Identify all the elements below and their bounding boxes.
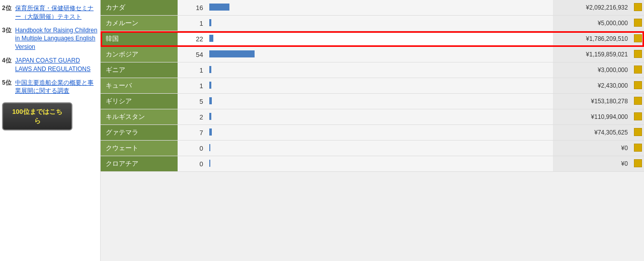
stretch-cell [314,0,553,16]
country-cell[interactable]: クウェート [101,141,178,156]
rank-link[interactable]: JAPAN COAST GUARD LAWS AND REGULATIONS [15,56,98,74]
country-cell[interactable]: 韓国 [101,31,178,47]
rank-link[interactable]: Handbook for Raising Children in Multipl… [15,26,98,51]
data-table: カナダ 16 ¥2,092,216,932 カメルーン 1 ¥5,000,000… [101,0,644,172]
amount-cell: ¥0 [553,141,632,156]
bar-inner [209,144,210,151]
amount-cell: ¥2,092,216,932 [553,0,632,16]
btn-100[interactable]: 100位まではこちら [2,102,72,130]
table-row: ギリシア 5 ¥153,180,278 [101,94,644,109]
amount-cell: ¥2,430,000 [553,78,632,94]
table-row: カナダ 16 ¥2,092,216,932 [101,0,644,16]
gold-icon [634,128,642,136]
rank-link[interactable]: 中国主要造船企業の概要と事業展開に関する調査 [15,79,98,96]
bar-inner [209,66,211,73]
country-cell[interactable]: ギリシア [101,94,178,109]
amount-cell: ¥110,994,000 [553,109,632,125]
amount-cell: ¥153,180,278 [553,94,632,109]
icon-cell [632,0,644,16]
gold-icon [634,50,642,58]
icon-cell [632,125,644,141]
stretch-cell [314,31,553,47]
rank-num: 2位 [2,4,13,21]
bar-inner [209,128,212,136]
rank-item: 2位 保育所保育・保健研修セミナー（大阪開催）テキスト [2,4,98,21]
country-cell[interactable]: カナダ [101,0,178,16]
bar-inner [209,19,211,26]
bar-cell [207,109,315,125]
icon-cell [632,16,644,31]
bar-inner [209,82,211,89]
icon-cell [632,141,644,156]
table-row: キルギスタン 2 ¥110,994,000 [101,109,644,125]
icon-cell [632,156,644,172]
bar-cell [207,125,315,141]
country-cell[interactable]: キューバ [101,78,178,94]
count-cell: 0 [178,156,207,172]
country-cell[interactable]: カンボジア [101,47,178,62]
bar-inner [209,97,212,104]
bar-cell [207,62,315,78]
gold-icon [634,144,642,152]
gold-icon [634,34,642,42]
amount-cell: ¥5,000,000 [553,16,632,31]
count-cell: 2 [178,109,207,125]
country-cell[interactable]: クロアチア [101,156,178,172]
rank-num: 3位 [2,26,13,51]
table-row: カンボジア 54 ¥1,159,859,021 [101,47,644,62]
table-row: ギニア 1 ¥3,000,000 [101,62,644,78]
gold-icon [634,66,642,74]
rank-link[interactable]: 保育所保育・保健研修セミナー（大阪開催）テキスト [15,4,98,21]
gold-icon [634,97,642,105]
count-cell: 22 [178,31,207,47]
country-cell[interactable]: グァテマラ [101,125,178,141]
amount-cell: ¥1,159,859,021 [553,47,632,62]
main-content: カナダ 16 ¥2,092,216,932 カメルーン 1 ¥5,000,000… [101,0,644,261]
icon-cell [632,94,644,109]
icon-cell [632,109,644,125]
count-cell: 5 [178,94,207,109]
stretch-cell [314,94,553,109]
bar-inner [209,50,255,57]
count-cell: 54 [178,47,207,62]
count-cell: 0 [178,141,207,156]
rank-num: 5位 [2,79,13,96]
bar-inner [209,4,229,11]
stretch-cell [314,156,553,172]
table-row: クウェート 0 ¥0 [101,141,644,156]
gold-icon [634,3,642,11]
bar-inner [209,160,210,167]
count-cell: 1 [178,78,207,94]
count-cell: 1 [178,16,207,31]
bar-cell [207,78,315,94]
amount-cell: ¥74,305,625 [553,125,632,141]
amount-cell: ¥0 [553,156,632,172]
count-cell: 7 [178,125,207,141]
bar-inner [209,113,211,120]
country-cell[interactable]: キルギスタン [101,109,178,125]
country-cell[interactable]: カメルーン [101,16,178,31]
count-cell: 16 [178,0,207,16]
bar-cell [207,31,315,47]
table-row: グァテマラ 7 ¥74,305,625 [101,125,644,141]
stretch-cell [314,125,553,141]
stretch-cell [314,62,553,78]
stretch-cell [314,109,553,125]
amount-cell: ¥1,786,209,510 [553,31,632,47]
count-cell: 1 [178,62,207,78]
stretch-cell [314,47,553,62]
icon-cell [632,78,644,94]
country-cell[interactable]: ギニア [101,62,178,78]
stretch-cell [314,16,553,31]
gold-icon [634,81,642,89]
bar-cell [207,94,315,109]
amount-cell: ¥3,000,000 [553,62,632,78]
icon-cell [632,31,644,47]
gold-icon [634,112,642,120]
gold-icon [634,159,642,167]
table-row: クロアチア 0 ¥0 [101,156,644,172]
rank-item: 4位 JAPAN COAST GUARD LAWS AND REGULATION… [2,56,98,74]
bar-cell [207,47,315,62]
table-row: 韓国 22 ¥1,786,209,510 [101,31,644,47]
rank-item: 3位 Handbook for Raising Children in Mult… [2,26,98,51]
